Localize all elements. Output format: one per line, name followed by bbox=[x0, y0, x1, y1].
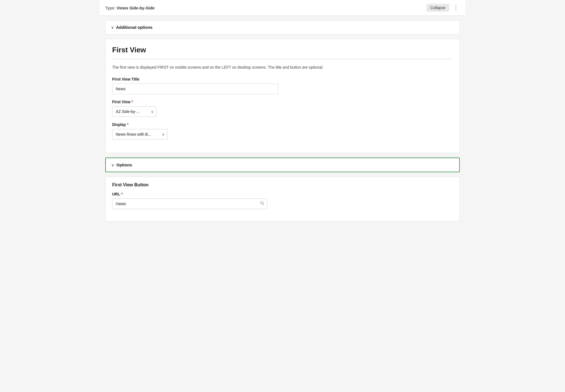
display-field-label: Display * bbox=[112, 122, 453, 127]
first-view-title: First View bbox=[112, 46, 453, 54]
first-view-title-label: First View Title bbox=[112, 77, 453, 81]
options-panel: ∨ Options bbox=[105, 158, 460, 172]
options-label: Options bbox=[116, 163, 132, 167]
first-view-dropdown-group: First View * AZ Side-by-... ∨ bbox=[112, 100, 453, 117]
url-label: URL * bbox=[112, 192, 453, 196]
first-view-select[interactable]: AZ Side-by-... bbox=[112, 106, 156, 117]
additional-options-panel: ∨ Additional options bbox=[105, 20, 460, 34]
options-header[interactable]: ∨ Options bbox=[111, 163, 454, 167]
url-input-wrapper bbox=[112, 198, 267, 209]
display-select-wrapper: News Rows with B... ∨ bbox=[112, 129, 168, 140]
first-view-button-section: First View Button URL * bbox=[105, 177, 460, 221]
more-icon[interactable]: ⋮ bbox=[452, 3, 460, 12]
search-icon bbox=[260, 201, 264, 205]
svg-line-1 bbox=[263, 204, 264, 205]
first-view-required-star: * bbox=[132, 100, 133, 104]
display-required-star: * bbox=[127, 122, 129, 127]
first-view-field-label: First View * bbox=[112, 100, 453, 104]
top-bar-actions: Collapse ⋮ bbox=[427, 3, 460, 12]
page-wrapper: Type: Views Side-by-Side Collapse ⋮ ∨ Ad… bbox=[100, 0, 465, 221]
additional-options-label: Additional options bbox=[116, 25, 153, 30]
url-input[interactable] bbox=[112, 198, 267, 209]
collapse-button[interactable]: Collapse bbox=[427, 4, 449, 12]
type-label: Type: Views Side-by-Side bbox=[105, 6, 155, 10]
type-value: Views Side-by-Side bbox=[117, 6, 155, 10]
first-view-title-input[interactable] bbox=[112, 84, 278, 94]
additional-options-chevron: ∨ bbox=[111, 25, 114, 30]
url-search-button[interactable] bbox=[260, 201, 264, 207]
first-view-section: First View The first view is displayed F… bbox=[105, 39, 460, 153]
display-dropdown-group: Display * News Rows with B... ∨ bbox=[112, 122, 453, 140]
options-chevron-icon: ∨ bbox=[111, 163, 114, 167]
first-view-description: The first view is displayed FIRST on mob… bbox=[112, 65, 453, 70]
top-bar: Type: Views Side-by-Side Collapse ⋮ bbox=[100, 0, 465, 16]
url-field-group: URL * bbox=[112, 192, 453, 209]
first-view-button-title: First View Button bbox=[112, 182, 453, 187]
first-view-title-field-group: First View Title bbox=[112, 77, 453, 94]
url-required-star: * bbox=[121, 192, 123, 196]
additional-options-header[interactable]: ∨ Additional options bbox=[111, 25, 454, 30]
display-select[interactable]: News Rows with B... bbox=[112, 129, 168, 140]
section-divider bbox=[112, 59, 453, 59]
first-view-select-wrapper: AZ Side-by-... ∨ bbox=[112, 106, 156, 117]
type-prefix: Type: bbox=[105, 6, 115, 10]
